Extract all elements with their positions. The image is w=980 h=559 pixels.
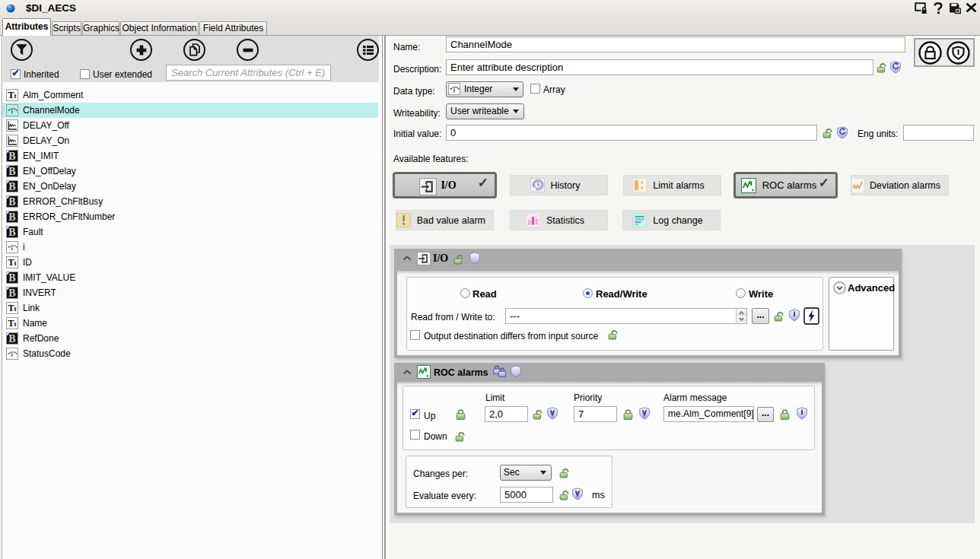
svg-text:B: B: [8, 272, 15, 283]
svg-text:B: B: [8, 227, 15, 237]
svg-text:B: B: [8, 196, 15, 207]
svg-text:B: B: [8, 211, 15, 222]
svg-text:B: B: [8, 287, 15, 298]
svg-text:B: B: [8, 151, 15, 161]
svg-text:B: B: [8, 333, 15, 344]
svg-text:B: B: [8, 181, 15, 192]
svg-text:B: B: [8, 166, 15, 176]
